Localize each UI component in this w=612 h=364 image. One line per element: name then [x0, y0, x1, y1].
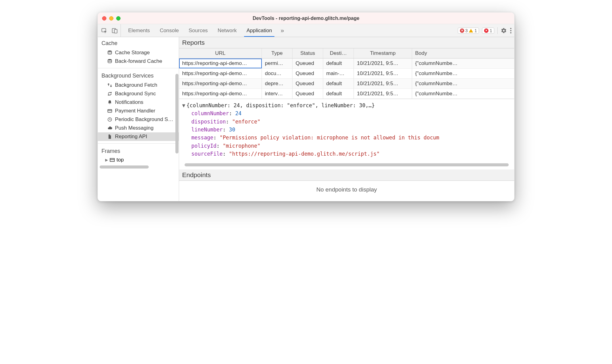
json-kv: message: "Permissions policy violation: …	[182, 134, 511, 142]
sidebar-item-label: Background Fetch	[115, 82, 157, 88]
sidebar-item-background-fetch[interactable]: Background Fetch	[98, 81, 179, 89]
bell-icon	[107, 100, 113, 105]
sidebar-item-notifications[interactable]: Notifications	[98, 98, 179, 107]
scrollbar-thumb[interactable]	[100, 165, 149, 169]
sidebar-item-periodic-bg-sync[interactable]: Periodic Background Sync	[98, 115, 179, 124]
toolbar-divider	[497, 27, 498, 34]
inspect-element-icon[interactable]	[101, 27, 108, 34]
reports-table-header: URL Type Status Desti… Timestamp Body	[179, 48, 514, 59]
sidebar-vertical-scrollbar[interactable]	[175, 37, 179, 201]
issues-status-pill[interactable]: ✕ 1	[482, 28, 494, 34]
svg-point-5	[510, 32, 511, 33]
json-value: "enforce"	[232, 119, 260, 125]
scrollbar-thumb[interactable]	[185, 163, 509, 166]
device-toolbar-icon[interactable]	[111, 27, 118, 34]
json-value: "microphone"	[223, 143, 260, 149]
reports-section-title: Reports	[179, 37, 514, 48]
cell-url: https://reporting-api-demo…	[179, 89, 262, 99]
tab-sources[interactable]: Sources	[184, 24, 212, 37]
json-kv: sourceFile: "https://reporting-api-demo.…	[182, 150, 511, 158]
expand-toggle-icon[interactable]: ▶	[105, 158, 108, 162]
json-kv: lineNumber: 30	[182, 126, 511, 134]
close-window-button[interactable]	[102, 16, 106, 21]
report-detail-json[interactable]: ▼{columnNumber: 24, disposition: "enforc…	[179, 99, 514, 161]
cell-dest: default	[323, 89, 354, 99]
svg-rect-2	[114, 29, 117, 33]
cell-ts: 10/21/2021, 9:5…	[354, 89, 412, 99]
sidebar-item-reporting-api[interactable]: Reporting API	[98, 132, 179, 141]
main-split: Cache Cache Storage Back-forward Cache B…	[98, 37, 514, 201]
settings-icon[interactable]	[501, 28, 507, 34]
table-row[interactable]: https://reporting-api-demo… permi… Queue…	[179, 59, 514, 68]
reports-table-body: https://reporting-api-demo… permi… Queue…	[179, 59, 514, 99]
sidebar-item-push-messaging[interactable]: Push Messaging	[98, 124, 179, 132]
scrollbar-thumb[interactable]	[175, 74, 178, 154]
json-value: "Permissions policy violation: microphon…	[220, 135, 439, 141]
cell-ts: 10/21/2021, 9:5…	[354, 59, 412, 68]
application-sidebar: Cache Cache Storage Back-forward Cache B…	[98, 37, 179, 201]
col-status[interactable]: Status	[293, 48, 323, 58]
json-value: 30	[229, 127, 235, 133]
exchange-icon	[107, 82, 113, 88]
cell-body: {"columnNumbe…	[412, 79, 514, 89]
col-destination[interactable]: Desti…	[323, 48, 354, 58]
issues-count: 1	[490, 28, 492, 33]
tab-console[interactable]: Console	[155, 24, 184, 37]
sidebar-group-frames: Frames	[98, 145, 179, 156]
tab-network[interactable]: Network	[213, 24, 242, 37]
sidebar-item-label: Cache Storage	[115, 50, 150, 56]
sidebar-scroll[interactable]: Cache Cache Storage Back-forward Cache B…	[98, 37, 179, 175]
credit-card-icon	[107, 108, 113, 114]
sidebar-item-payment-handler[interactable]: Payment Handler	[98, 107, 179, 115]
cell-dest: default	[323, 79, 354, 89]
json-kv: policyId: "microphone"	[182, 142, 511, 150]
cell-url: https://reporting-api-demo…	[179, 79, 262, 89]
json-value: 24	[235, 110, 241, 116]
cell-body: {"columnNumbe…	[412, 89, 514, 99]
toolbar-right: ✕ 3 1 ✕ 1	[458, 24, 514, 37]
col-type[interactable]: Type	[262, 48, 293, 58]
col-timestamp[interactable]: Timestamp	[354, 48, 412, 58]
traffic-lights	[102, 16, 120, 21]
svg-rect-8	[108, 110, 112, 112]
more-options-icon[interactable]	[510, 28, 512, 34]
cell-ts: 10/21/2021, 9:5…	[354, 79, 412, 89]
cell-url: https://reporting-api-demo…	[179, 69, 262, 78]
sidebar-item-background-sync[interactable]: Background Sync	[98, 89, 179, 98]
sidebar-item-label: Back-forward Cache	[115, 58, 162, 64]
frame-tree-item-top[interactable]: ▶ top	[98, 156, 179, 164]
col-body[interactable]: Body	[412, 48, 514, 58]
table-row[interactable]: https://reporting-api-demo… interv… Queu…	[179, 89, 514, 99]
cell-status: Queued	[293, 59, 323, 68]
col-url[interactable]: URL	[179, 48, 262, 58]
database-icon	[107, 50, 113, 55]
reporting-api-panel: Reports URL Type Status Desti… Timestamp…	[179, 37, 514, 201]
svg-point-3	[510, 28, 511, 29]
sidebar-item-bf-cache[interactable]: Back-forward Cache	[98, 57, 179, 66]
console-status-pill[interactable]: ✕ 3 1	[458, 28, 479, 34]
toolbar-left-icons	[101, 24, 121, 37]
sidebar-horizontal-scrollbar[interactable]	[100, 165, 177, 169]
detail-horizontal-scrollbar[interactable]	[182, 163, 511, 167]
sidebar-item-label: Background Sync	[115, 91, 156, 97]
table-row[interactable]: https://reporting-api-demo… docu… Queued…	[179, 68, 514, 78]
tab-elements[interactable]: Elements	[123, 24, 155, 37]
table-row[interactable]: https://reporting-api-demo… depre… Queue…	[179, 78, 514, 89]
sidebar-item-cache-storage[interactable]: Cache Storage	[98, 48, 179, 57]
minimize-window-button[interactable]	[109, 16, 113, 21]
tabs-overflow-button[interactable]: »	[277, 24, 288, 37]
clock-icon	[107, 117, 113, 122]
caret-down-icon[interactable]: ▼	[182, 102, 185, 108]
cell-status: Queued	[293, 89, 323, 99]
sidebar-item-label: Reporting API	[115, 134, 147, 140]
sidebar-group-bgservices: Background Services	[98, 70, 179, 81]
warning-icon	[469, 29, 473, 32]
tab-application[interactable]: Application	[242, 24, 277, 37]
error-count: 3	[465, 28, 468, 33]
zoom-window-button[interactable]	[116, 16, 120, 21]
cell-status: Queued	[293, 79, 323, 89]
frame-icon	[110, 158, 115, 162]
json-summary-line[interactable]: ▼{columnNumber: 24, disposition: "enforc…	[182, 101, 511, 109]
cell-body: {"columnNumbe…	[412, 69, 514, 78]
chevron-double-right-icon: »	[281, 27, 284, 34]
